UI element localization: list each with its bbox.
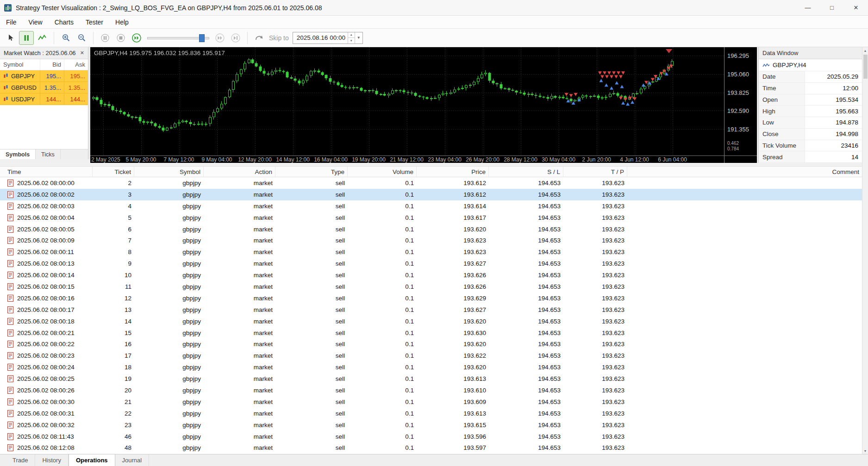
order-row[interactable]: 2025.06.02 08:00:3223gbpjpymarketsell0.1… xyxy=(0,419,862,431)
order-row[interactable]: 2025.06.02 08:00:2216gbpjpymarketsell0.1… xyxy=(0,338,862,350)
order-cell-action: market xyxy=(204,214,275,221)
order-cell-tp: 193.623 xyxy=(563,433,627,440)
order-row[interactable]: 2025.06.02 08:00:139gbpjpymarketsell0.11… xyxy=(0,258,862,269)
date-spinner[interactable]: ▲ ▼ xyxy=(348,32,355,43)
tab-symbols[interactable]: Symbols xyxy=(0,149,36,159)
pause-chart-button[interactable] xyxy=(19,31,34,45)
zoom-out-button[interactable] xyxy=(74,31,89,45)
skip-to-date-field[interactable]: 2025.08.16 00:00 ▲ ▼ ▼ xyxy=(293,32,363,44)
menu-item-file[interactable]: File xyxy=(0,16,23,28)
order-row[interactable]: 2025.06.02 08:00:097gbpjpymarketsell0.11… xyxy=(0,235,862,246)
order-cell-symbol: gbpjpy xyxy=(134,364,204,371)
order-cell-type: sell xyxy=(275,352,348,359)
order-time-text: 2025.06.02 08:00:00 xyxy=(17,180,75,186)
price-axis[interactable]: 196.295195.060193.825192.590191.3550.462… xyxy=(724,47,757,163)
orders-header-price[interactable]: Price xyxy=(417,167,489,177)
column-bid[interactable]: Bid xyxy=(40,59,64,70)
order-row[interactable]: 2025.06.02 08:00:1410gbpjpymarketsell0.1… xyxy=(0,269,862,281)
symbol-chart-icon xyxy=(3,85,9,90)
skip-forward-button[interactable] xyxy=(212,31,227,45)
order-cell-action: market xyxy=(204,398,275,405)
order-cell-sl: 194.653 xyxy=(489,203,563,210)
time-axis[interactable]: 2 May 20255 May 20:007 May 12:009 May 04… xyxy=(90,155,757,163)
vertical-scrollbar[interactable]: ▲ ▼ xyxy=(862,47,868,454)
market-watch-row-gbpjpy[interactable]: GBPJPY195...195... xyxy=(0,70,88,82)
pause-playback-button[interactable] xyxy=(98,31,112,45)
column-ask[interactable]: Ask xyxy=(64,59,88,70)
market-watch-row-gbpusd[interactable]: GBPUSD1.35...1.35... xyxy=(0,82,88,93)
bottom-tab-trade[interactable]: Trade xyxy=(6,454,35,466)
order-row[interactable]: 2025.06.02 08:00:2115gbpjpymarketsell0.1… xyxy=(0,327,862,339)
order-note-icon xyxy=(7,295,13,302)
order-row[interactable]: 2025.06.02 08:00:045gbpjpymarketsell0.11… xyxy=(0,212,862,224)
data-window-row: Time12:00 xyxy=(759,83,862,94)
bottom-tab-history[interactable]: History xyxy=(35,454,68,466)
zoom-in-button[interactable] xyxy=(58,31,73,45)
menu-item-charts[interactable]: Charts xyxy=(49,16,80,28)
orders-header-tp[interactable]: T / P xyxy=(563,167,627,177)
spin-up-icon[interactable]: ▲ xyxy=(348,32,355,38)
skip-to-button[interactable] xyxy=(252,31,267,45)
zigzag-tool-button[interactable] xyxy=(35,31,50,45)
order-row[interactable]: 2025.06.02 08:00:002gbpjpymarketsell0.11… xyxy=(0,177,862,189)
order-row[interactable]: 2025.06.02 08:00:1713gbpjpymarketsell0.1… xyxy=(0,304,862,316)
column-symbol[interactable]: Symbol xyxy=(0,59,40,70)
stop-playback-button[interactable] xyxy=(113,31,128,45)
skip-to-end-button[interactable] xyxy=(228,31,243,45)
menu-item-view[interactable]: View xyxy=(23,16,49,28)
close-button[interactable]: ✕ xyxy=(844,0,868,15)
order-row[interactable]: 2025.06.02 08:00:1612gbpjpymarketsell0.1… xyxy=(0,292,862,304)
menu-item-tester[interactable]: Tester xyxy=(80,16,109,28)
scroll-up-icon[interactable]: ▲ xyxy=(862,47,868,54)
slider-handle[interactable] xyxy=(199,34,205,42)
order-row[interactable]: 2025.06.02 08:00:2620gbpjpymarketsell0.1… xyxy=(0,385,862,396)
order-row[interactable]: 2025.06.02 08:12:0848gbpjpymarketsell0.1… xyxy=(0,442,862,454)
candlestick-chart[interactable] xyxy=(90,47,724,155)
menu-item-help[interactable]: Help xyxy=(109,16,135,28)
order-row[interactable]: 2025.06.02 08:00:023gbpjpymarketsell0.11… xyxy=(0,189,862,200)
date-dropdown-button[interactable]: ▼ xyxy=(355,32,362,43)
order-row[interactable]: 2025.06.02 08:00:056gbpjpymarketsell0.11… xyxy=(0,224,862,235)
orders-header-ticket[interactable]: Ticket xyxy=(93,167,134,177)
market-watch-close-icon[interactable]: ✕ xyxy=(80,50,84,56)
order-row[interactable]: 2025.06.02 08:00:2519gbpjpymarketsell0.1… xyxy=(0,373,862,385)
scroll-down-icon[interactable]: ▼ xyxy=(862,447,868,454)
order-cell-action: market xyxy=(204,329,275,336)
market-watch-row-usdjpy[interactable]: USDJPY144...144... xyxy=(0,93,88,105)
order-row[interactable]: 2025.06.02 08:00:1814gbpjpymarketsell0.1… xyxy=(0,316,862,327)
order-cell-tp: 193.623 xyxy=(563,422,627,429)
order-row[interactable]: 2025.06.02 08:11:4346gbpjpymarketsell0.1… xyxy=(0,431,862,442)
order-row[interactable]: 2025.06.02 08:00:3122gbpjpymarketsell0.1… xyxy=(0,408,862,419)
data-window-symbol-row: GBPJPY,H4 xyxy=(759,59,862,71)
maximize-button[interactable]: □ xyxy=(820,0,844,15)
bottom-tab-journal[interactable]: Journal xyxy=(115,454,150,466)
speed-slider[interactable] xyxy=(147,33,209,43)
zoom-out-icon xyxy=(77,33,86,42)
orders-header-time[interactable]: Time xyxy=(0,167,93,177)
orders-header-type[interactable]: Type xyxy=(275,167,348,177)
order-row[interactable]: 2025.06.02 08:00:118gbpjpymarketsell0.11… xyxy=(0,246,862,258)
order-cell-ticket: 20 xyxy=(93,387,134,394)
orders-header-volume[interactable]: Volume xyxy=(348,167,417,177)
orders-header-symbol[interactable]: Symbol xyxy=(134,167,204,177)
orders-header-comment[interactable]: Comment xyxy=(627,167,862,177)
skip-to-date-value[interactable]: 2025.08.16 00:00 xyxy=(293,32,348,43)
order-cell-symbol: gbpjpy xyxy=(134,272,204,279)
scrollbar-thumb[interactable] xyxy=(863,55,868,79)
order-row[interactable]: 2025.06.02 08:00:3021gbpjpymarketsell0.1… xyxy=(0,396,862,408)
minimize-button[interactable]: — xyxy=(796,0,820,15)
order-row[interactable]: 2025.06.02 08:00:2317gbpjpymarketsell0.1… xyxy=(0,350,862,361)
bottom-tab-operations[interactable]: Operations xyxy=(69,454,115,466)
tab-ticks[interactable]: Ticks xyxy=(36,149,61,159)
order-row[interactable]: 2025.06.02 08:00:034gbpjpymarketsell0.11… xyxy=(0,200,862,212)
fast-forward-button[interactable] xyxy=(129,31,144,45)
orders-header-action[interactable]: Action xyxy=(204,167,275,177)
orders-header-sl[interactable]: S / L xyxy=(489,167,563,177)
order-row[interactable]: 2025.06.02 08:00:2418gbpjpymarketsell0.1… xyxy=(0,361,862,373)
order-row[interactable]: 2025.06.02 08:00:1511gbpjpymarketsell0.1… xyxy=(0,281,862,292)
spin-down-icon[interactable]: ▼ xyxy=(348,38,355,43)
order-cell-action: market xyxy=(204,226,275,233)
cursor-tool-button[interactable] xyxy=(3,31,18,45)
order-cell-type: sell xyxy=(275,375,348,382)
order-cell-symbol: gbpjpy xyxy=(134,375,204,382)
